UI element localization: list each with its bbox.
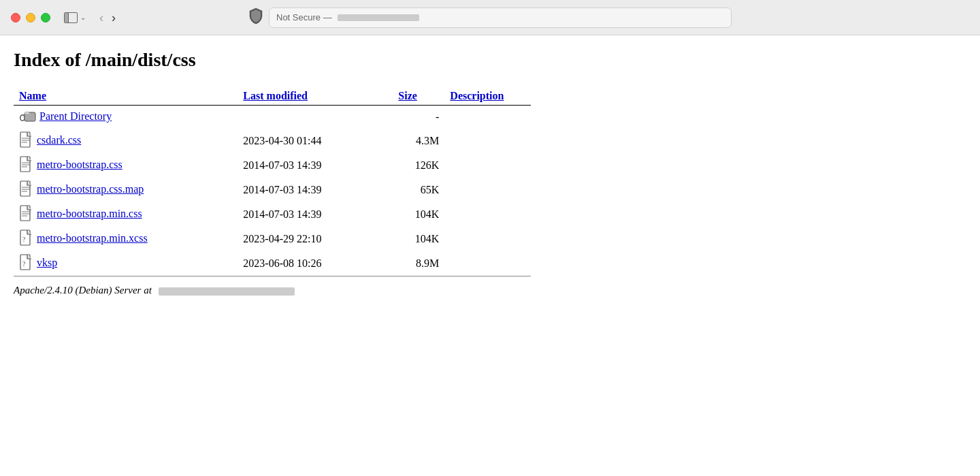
file-description bbox=[444, 106, 531, 129]
address-bar[interactable]: Not Secure — bbox=[269, 7, 732, 28]
table-row: metro-bootstrap.min.css2014-07-03 14:391… bbox=[14, 202, 531, 227]
nav-buttons: ‹ › bbox=[97, 12, 118, 24]
file-modified bbox=[238, 106, 393, 129]
file-icon: ? bbox=[19, 229, 34, 249]
server-footer-text: Apache/2.4.10 (Debian) Server at bbox=[14, 285, 152, 296]
table-row: ? metro-bootstrap.min.xcss2023-04-29 22:… bbox=[14, 227, 531, 251]
sidebar-toggle[interactable]: ⌄ bbox=[64, 12, 86, 23]
file-description bbox=[444, 178, 531, 202]
server-footer: Apache/2.4.10 (Debian) Server at bbox=[14, 285, 966, 296]
file-description bbox=[444, 251, 531, 276]
browser-chrome: ⌄ ‹ › Not Secure — bbox=[0, 0, 980, 35]
url-blurred bbox=[338, 14, 419, 21]
file-link[interactable]: metro-bootstrap.min.css bbox=[37, 208, 142, 219]
col-header-size[interactable]: Size bbox=[398, 90, 417, 101]
file-modified: 2023-06-08 10:26 bbox=[238, 251, 393, 276]
file-link[interactable]: Parent Directory bbox=[39, 110, 112, 122]
traffic-lights bbox=[11, 13, 50, 22]
maximize-button[interactable] bbox=[41, 13, 50, 22]
file-modified: 2014-07-03 14:39 bbox=[238, 202, 393, 227]
file-size: 104K bbox=[393, 202, 444, 227]
file-description bbox=[444, 129, 531, 153]
file-size: 4.3M bbox=[393, 129, 444, 153]
file-size: 104K bbox=[393, 227, 444, 251]
file-description bbox=[444, 227, 531, 251]
file-icon bbox=[19, 180, 34, 200]
file-icon bbox=[19, 108, 37, 126]
file-link[interactable]: metro-bootstrap.min.xcss bbox=[37, 232, 148, 244]
svg-point-1 bbox=[21, 116, 24, 121]
svg-text:?: ? bbox=[22, 236, 26, 243]
file-icon bbox=[19, 205, 34, 224]
sidebar-icon bbox=[64, 12, 78, 23]
file-size: 65K bbox=[393, 178, 444, 202]
table-row: ? vksp2023-06-08 10:268.9M bbox=[14, 251, 531, 276]
col-header-name[interactable]: Name bbox=[19, 90, 46, 101]
chevron-down-icon: ⌄ bbox=[80, 14, 86, 21]
col-header-modified[interactable]: Last modified bbox=[243, 90, 308, 101]
page-content: Index of /main/dist/css Name Last modifi… bbox=[0, 35, 980, 310]
file-link[interactable]: vksp bbox=[37, 257, 57, 268]
file-size: 126K bbox=[393, 153, 444, 178]
back-button[interactable]: ‹ bbox=[97, 12, 106, 24]
file-link[interactable]: metro-bootstrap.css bbox=[37, 159, 122, 170]
svg-text:?: ? bbox=[22, 260, 26, 268]
file-icon bbox=[19, 156, 34, 175]
table-row: metro-bootstrap.css2014-07-03 14:39126K bbox=[14, 153, 531, 178]
file-link[interactable]: csdark.css bbox=[37, 134, 81, 146]
col-header-description[interactable]: Description bbox=[450, 90, 504, 101]
file-table: Name Last modified Size Description Pare… bbox=[14, 87, 531, 276]
file-modified: 2014-07-03 14:39 bbox=[238, 153, 393, 178]
forward-button[interactable]: › bbox=[109, 12, 118, 24]
file-modified: 2023-04-29 22:10 bbox=[238, 227, 393, 251]
minimize-button[interactable] bbox=[26, 13, 35, 22]
file-modified: 2014-07-03 14:39 bbox=[238, 178, 393, 202]
page-title: Index of /main/dist/css bbox=[14, 49, 966, 71]
table-row: metro-bootstrap.css.map2014-07-03 14:396… bbox=[14, 178, 531, 202]
table-row: Parent Directory- bbox=[14, 106, 531, 129]
file-modified: 2023-04-30 01:44 bbox=[238, 129, 393, 153]
not-secure-label: Not Secure — bbox=[276, 12, 332, 22]
file-size: - bbox=[393, 106, 444, 129]
close-button[interactable] bbox=[11, 13, 20, 22]
file-icon bbox=[19, 131, 34, 150]
file-icon: ? bbox=[19, 254, 34, 273]
file-description bbox=[444, 153, 531, 178]
file-link[interactable]: metro-bootstrap.css.map bbox=[37, 183, 144, 195]
table-row: csdark.css2023-04-30 01:444.3M bbox=[14, 129, 531, 153]
file-size: 8.9M bbox=[393, 251, 444, 276]
server-host-blurred bbox=[159, 287, 295, 296]
file-description bbox=[444, 202, 531, 227]
shield-icon bbox=[248, 7, 263, 28]
